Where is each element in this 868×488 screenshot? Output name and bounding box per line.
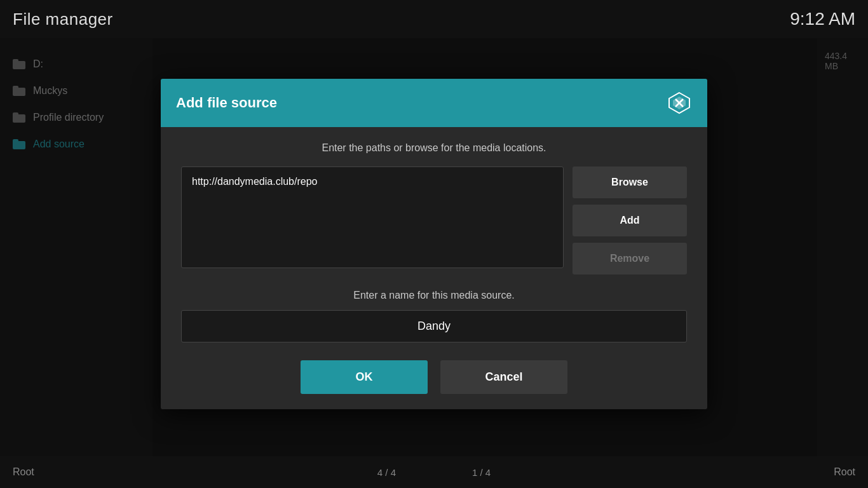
page-count-left: 4 / 4	[377, 467, 396, 478]
cancel-button[interactable]: Cancel	[440, 360, 567, 394]
dialog-body: Enter the paths or browse for the media …	[161, 127, 707, 409]
source-name-input[interactable]	[181, 310, 687, 342]
dialog-actions: OK Cancel	[181, 360, 687, 394]
bottom-right-label: Root	[834, 466, 855, 478]
page-count-right: 1 / 4	[472, 467, 491, 478]
name-instruction: Enter a name for this media source.	[181, 290, 687, 301]
dialog-title: Add file source	[176, 95, 277, 111]
url-buttons: Browse Add Remove	[573, 166, 687, 274]
add-button[interactable]: Add	[573, 205, 687, 236]
bottom-left-label: Root	[13, 466, 34, 478]
clock: 9:12 AM	[790, 9, 855, 29]
kodi-logo-icon	[667, 90, 692, 116]
add-file-source-dialog: Add file source Enter the paths or brows…	[161, 79, 707, 409]
dialog-header: Add file source	[161, 79, 707, 127]
url-input[interactable]	[181, 166, 564, 268]
bottom-bar: Root 4 / 4 1 / 4 Root	[0, 456, 868, 488]
ok-button[interactable]: OK	[301, 360, 428, 394]
browse-button[interactable]: Browse	[573, 166, 687, 198]
top-bar: File manager 9:12 AM	[0, 0, 868, 38]
url-row: Browse Add Remove	[181, 166, 687, 274]
app-title: File manager	[13, 10, 113, 29]
bottom-center-info: 4 / 4 1 / 4	[377, 467, 491, 478]
remove-button[interactable]: Remove	[573, 243, 687, 274]
dialog-instruction: Enter the paths or browse for the media …	[181, 142, 687, 154]
